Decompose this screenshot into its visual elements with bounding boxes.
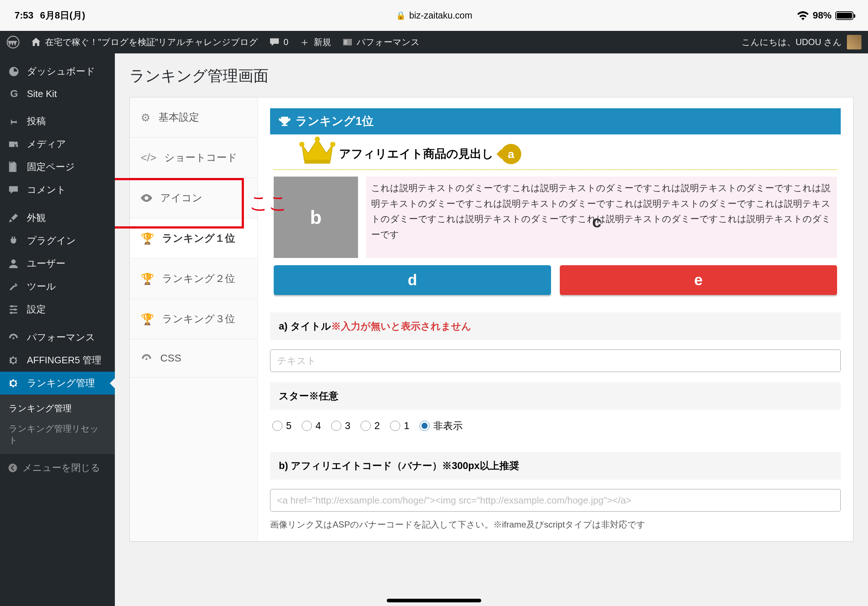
battery-icon: [835, 11, 854, 20]
sidebar-item-ranking[interactable]: ランキング管理: [0, 372, 115, 394]
star-hide[interactable]: 非表示: [420, 419, 463, 432]
svg-point-9: [10, 312, 12, 314]
brush-icon: [8, 213, 20, 223]
sidebar-item-comments[interactable]: コメント: [0, 178, 115, 201]
performance-link[interactable]: パフォーマンス: [342, 36, 420, 48]
sidebar-item-dashboard[interactable]: ダッシュボード: [0, 60, 115, 83]
svg-rect-14: [305, 160, 330, 164]
wp-logo[interactable]: [6, 36, 20, 49]
user-icon: [8, 258, 20, 269]
gauge-icon: [8, 332, 20, 343]
svg-rect-5: [10, 163, 16, 172]
code-icon: </>: [141, 152, 156, 164]
sidebar-item-tools[interactable]: ツール: [0, 275, 115, 298]
sidebar-submenu: ランキング管理 ランキング管理リセット: [0, 394, 115, 454]
crown-icon: [298, 137, 337, 165]
badge-a: a: [501, 144, 521, 164]
gear-icon: [8, 355, 20, 366]
preview-description: これは説明テキストのダミーですこれは説明テキストのダミーですこれは説明テキストの…: [366, 176, 837, 258]
svg-point-10: [8, 464, 17, 472]
avatar: [847, 35, 862, 49]
tab-icon[interactable]: アイコン: [130, 178, 257, 218]
tab-basic[interactable]: ⚙基本設定: [130, 97, 257, 138]
wifi-icon: [797, 11, 809, 20]
preview-button-d[interactable]: d: [274, 265, 551, 295]
collapse-menu[interactable]: メニューを閉じる: [0, 454, 115, 481]
svg-point-7: [11, 305, 13, 308]
star-2[interactable]: 2: [361, 420, 380, 431]
sliders-icon: [8, 304, 20, 315]
star-1[interactable]: 1: [390, 420, 409, 431]
plug-icon: [8, 235, 20, 246]
title-input[interactable]: [270, 349, 841, 372]
svg-rect-2: [344, 40, 347, 44]
sidebar-item-pages[interactable]: 固定ページ: [0, 156, 115, 178]
settings-panel: ⚙基本設定 </>ショートコード アイコン 🏆ランキング１位 🏆ランキング２位 …: [129, 97, 854, 542]
svg-point-4: [14, 141, 18, 145]
tab-rank2[interactable]: 🏆ランキング２位: [130, 259, 257, 299]
desc-marker-c: c: [592, 207, 601, 236]
sidebar-item-affinger[interactable]: AFFINGER5 管理: [0, 349, 115, 372]
submenu-ranking[interactable]: ランキング管理: [0, 398, 115, 419]
panel-tabs: ⚙基本設定 </>ショートコード アイコン 🏆ランキング１位 🏆ランキング２位 …: [130, 97, 258, 541]
trophy-icon: 🏆: [141, 313, 154, 326]
panel-body: ランキング1位 アフィリエイト商品の見出し a b これは説明テキストのダミーで…: [258, 97, 853, 541]
home-indicator[interactable]: [387, 599, 481, 602]
main-content: ランキング管理画面 ⚙基本設定 </>ショートコード アイコン 🏆ランキング１位…: [115, 53, 868, 606]
section-star-header: スター※任意: [270, 382, 841, 410]
gear-icon: ⚙: [141, 111, 150, 124]
sidebar-item-settings[interactable]: 設定: [0, 298, 115, 321]
tab-shortcode[interactable]: </>ショートコード: [130, 138, 257, 178]
svg-point-8: [14, 308, 16, 311]
dashboard-icon: [8, 66, 20, 77]
star-radio-group: 5 4 3 2 1 非表示: [270, 410, 841, 442]
tab-rank1[interactable]: 🏆ランキング１位: [130, 218, 257, 259]
sidebar-item-sitekit[interactable]: GSite Kit: [0, 83, 115, 105]
svg-point-6: [11, 260, 16, 264]
eye-icon: [141, 194, 152, 203]
svg-rect-3: [9, 141, 14, 147]
ios-time: 7:53: [14, 10, 33, 21]
account-menu[interactable]: こんにちは、UDOU さん: [741, 35, 862, 49]
media-icon: [8, 139, 20, 150]
preview-header: ランキング1位: [270, 108, 841, 134]
preview-button-e[interactable]: e: [560, 265, 837, 295]
sidebar-item-media[interactable]: メディア: [0, 133, 115, 156]
tab-css[interactable]: CSS: [130, 339, 257, 377]
preview-title: アフィリエイト商品の見出し: [339, 146, 494, 162]
comments-link[interactable]: 0: [269, 37, 288, 48]
svg-point-13: [330, 142, 335, 147]
ios-date: 6月8日(月): [40, 9, 85, 22]
star-4[interactable]: 4: [302, 420, 321, 431]
sidebar-item-plugins[interactable]: プラグイン: [0, 229, 115, 252]
sidebar-item-users[interactable]: ユーザー: [0, 252, 115, 275]
ios-status-bar: 7:53 6月8日(月) 🔒 biz-zaitaku.com 98%: [0, 0, 868, 31]
battery-percent: 98%: [813, 10, 832, 21]
svg-point-12: [315, 137, 320, 142]
lock-icon: 🔒: [396, 11, 406, 20]
plus-icon: ＋: [299, 35, 310, 50]
star-5[interactable]: 5: [272, 420, 291, 431]
submenu-ranking-reset[interactable]: ランキング管理リセット: [0, 419, 115, 450]
page-icon: [8, 162, 20, 173]
trophy-icon: 🏆: [141, 232, 154, 245]
new-link[interactable]: ＋ 新規: [299, 35, 331, 50]
chevron-left-icon: [8, 463, 17, 473]
gear-icon: [8, 378, 20, 389]
tab-rank3[interactable]: 🏆ランキング３位: [130, 299, 257, 339]
sidebar-item-appearance[interactable]: 外観: [0, 206, 115, 229]
preview-title-row: アフィリエイト商品の見出し a: [274, 134, 837, 170]
banner-code-input[interactable]: [270, 489, 841, 512]
star-3[interactable]: 3: [331, 420, 350, 431]
trophy-icon: 🏆: [141, 272, 154, 285]
wp-admin-bar: 在宅で稼ぐ！"ブログを検証"リアルチャレンジブログ 0 ＋ 新規 パフォーマンス…: [0, 31, 868, 53]
google-icon: G: [8, 88, 20, 99]
preview-image-placeholder: b: [274, 176, 358, 258]
wrench-icon: [8, 281, 20, 292]
svg-point-11: [299, 142, 304, 147]
section-a-header: a) タイトル※入力が無いと表示されません: [270, 312, 841, 340]
sidebar-item-posts[interactable]: 投稿: [0, 110, 115, 133]
pin-icon: [8, 116, 20, 127]
site-home-link[interactable]: 在宅で稼ぐ！"ブログを検証"リアルチャレンジブログ: [31, 36, 258, 48]
sidebar-item-performance[interactable]: パフォーマンス: [0, 326, 115, 349]
